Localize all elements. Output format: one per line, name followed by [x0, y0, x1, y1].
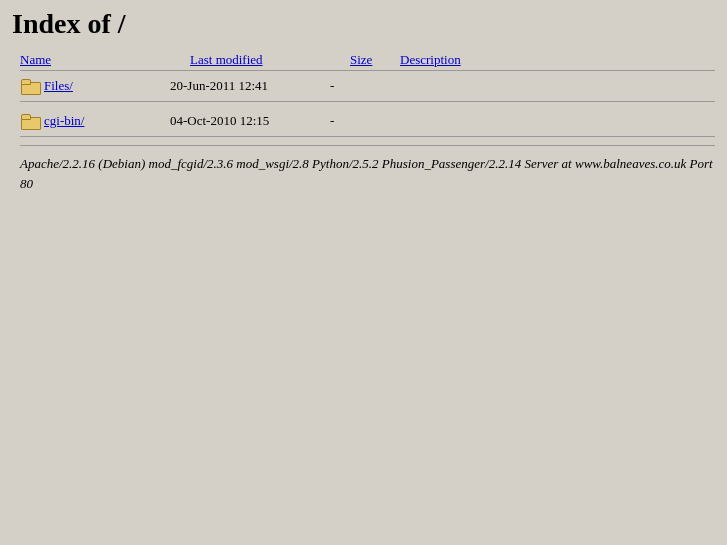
- row-divider-0: [20, 101, 715, 102]
- file-size-1: -: [330, 113, 380, 129]
- folder-icon: [20, 112, 40, 130]
- table-row: cgi-bin/ 04-Oct-2010 12:15 -: [20, 110, 715, 132]
- folder-icon: [20, 77, 40, 95]
- file-date-0: 20-Jun-2011 12:41: [170, 78, 330, 94]
- table-header: Name Last modified Size Description: [20, 52, 715, 71]
- sort-by-name[interactable]: Name: [20, 52, 51, 67]
- sort-by-modified[interactable]: Last modified: [190, 52, 263, 67]
- file-link-0[interactable]: Files/: [44, 78, 73, 94]
- file-entries: Files/ 20-Jun-2011 12:41 - cgi-bin/ 04-O…: [20, 75, 715, 137]
- directory-listing: Name Last modified Size Description File…: [20, 52, 715, 193]
- sort-by-size[interactable]: Size: [350, 52, 372, 67]
- table-row: Files/ 20-Jun-2011 12:41 -: [20, 75, 715, 97]
- file-link-1[interactable]: cgi-bin/: [44, 113, 84, 129]
- file-size-0: -: [330, 78, 380, 94]
- server-info: Apache/2.2.16 (Debian) mod_fcgid/2.3.6 m…: [20, 154, 715, 193]
- file-date-1: 04-Oct-2010 12:15: [170, 113, 330, 129]
- row-divider-1: [20, 136, 715, 137]
- sort-by-description[interactable]: Description: [400, 52, 461, 67]
- page-title: Index of /: [12, 8, 715, 40]
- bottom-divider: [20, 145, 715, 146]
